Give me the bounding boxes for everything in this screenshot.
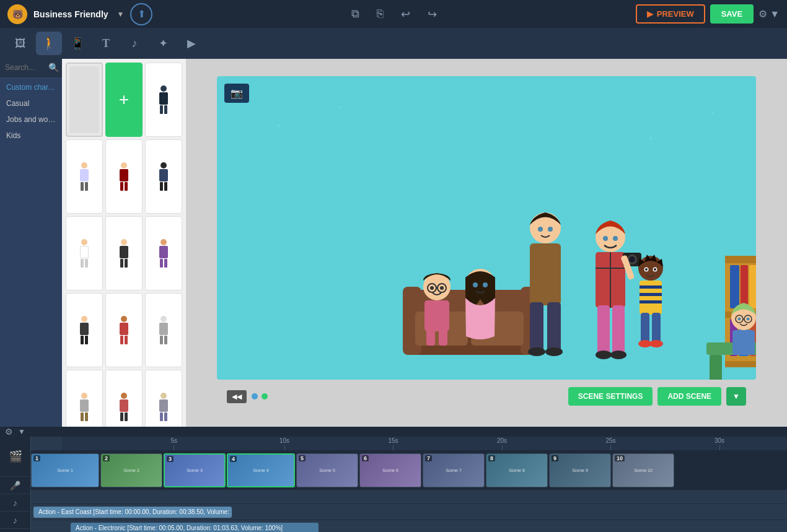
copy-button[interactable]: ⧉ xyxy=(346,5,364,24)
svg-point-38 xyxy=(629,256,635,263)
device-icon: 📱 xyxy=(71,37,84,50)
char-card-7[interactable] xyxy=(145,216,182,290)
sidebar-item-custom-char[interactable]: Custom char... xyxy=(0,79,62,95)
preview-label: PREVIEW xyxy=(657,9,694,19)
svg-point-43 xyxy=(610,351,627,359)
toolbar: 🖼 🚶 📱 T ♪ ✦ ▶ xyxy=(0,28,787,59)
scene-nav-button[interactable]: ◀◀ xyxy=(227,390,247,403)
svg-rect-16 xyxy=(424,300,449,331)
scene-thumb-3[interactable]: 3 Scene 3 xyxy=(164,453,226,487)
nav-dot-1[interactable] xyxy=(252,393,258,399)
sidebar-item-kids[interactable]: Kids xyxy=(0,128,62,144)
toolbar-tab-text[interactable]: T xyxy=(93,32,119,55)
audio-bar-2[interactable]: Action - Electronic [Start time: 00:05.0… xyxy=(71,523,319,533)
camera-icon: 📷 xyxy=(224,84,249,103)
svg-rect-60 xyxy=(725,361,756,367)
scene-navigation: ◀◀ xyxy=(227,390,268,403)
char-card-2[interactable] xyxy=(66,139,103,214)
timeline-settings-arrow[interactable]: ▼ xyxy=(18,427,25,436)
upload-button[interactable]: ⬆ xyxy=(130,3,152,25)
scene-thumb-6[interactable]: 6 Scene 6 xyxy=(359,453,421,487)
scene-settings-button[interactable]: SCENE SETTINGS xyxy=(568,387,653,406)
svg-point-14 xyxy=(430,286,434,290)
scene-thumb-9[interactable]: 9 Scene 9 xyxy=(549,453,611,487)
search-icon[interactable]: 🔍 xyxy=(48,63,59,72)
svg-point-29 xyxy=(545,347,563,356)
audio-tracks: Action - East Coast [Start time: 00:00.0… xyxy=(31,491,787,532)
save-button[interactable]: SAVE xyxy=(710,4,754,24)
svg-point-2 xyxy=(649,137,652,139)
settings-arrow: ▼ xyxy=(770,9,780,20)
ruler-marks: 5s 10s 15s 20s xyxy=(62,437,787,450)
canvas-stage[interactable]: 📷 xyxy=(217,76,756,380)
add-scene-dropdown-button[interactable]: ▼ xyxy=(726,387,746,406)
ruler-mark-10s: 10s xyxy=(279,437,289,450)
scene-thumb-8[interactable]: 8 Scene 8 xyxy=(486,453,548,487)
canvas-area: 📷 xyxy=(186,59,787,427)
preview-button[interactable]: ▶ PREVIEW xyxy=(636,4,705,24)
audio-track-2: Action - Electronic [Start time: 00:05.0… xyxy=(31,520,787,532)
char-card-6[interactable] xyxy=(105,216,143,290)
nav-dot-2[interactable] xyxy=(262,393,268,399)
sidebar-item-jobs[interactable]: Jobs and wor... xyxy=(0,111,62,128)
paste-button[interactable]: ⎘ xyxy=(372,5,389,24)
toolbar-tab-character[interactable]: 🚶 xyxy=(36,32,62,55)
svg-rect-52 xyxy=(640,300,662,303)
char-card-8[interactable] xyxy=(66,293,103,367)
add-character-button[interactable]: + xyxy=(105,63,143,137)
svg-point-21 xyxy=(483,282,488,287)
sidebar-item-casual[interactable]: Casual xyxy=(0,95,62,111)
svg-point-28 xyxy=(528,347,545,356)
svg-point-15 xyxy=(440,286,444,290)
track-label-music2: ♪ xyxy=(0,512,30,529)
audio-bar-1[interactable]: Action - East Coast [Start time: 00:00.0… xyxy=(33,507,232,518)
add-scene-button[interactable]: ADD SCENE xyxy=(657,387,721,406)
timeline-tracks: 5s 10s 15s 20s xyxy=(31,437,787,532)
char-card-12[interactable] xyxy=(105,370,143,427)
char-card-13[interactable] xyxy=(145,370,182,427)
toolbar-tab-video[interactable]: ▶ xyxy=(178,32,204,55)
header-right: ▶ PREVIEW SAVE ⚙ ▼ xyxy=(636,4,780,24)
svg-rect-50 xyxy=(640,286,662,289)
settings-button[interactable]: ⚙ ▼ xyxy=(758,8,780,20)
char-card-3[interactable] xyxy=(105,139,143,214)
timeline: ⚙ ▼ 🎬 🎤 ♪ ♪ ♪ 5s 10s xyxy=(0,427,787,532)
scene-thumb-5[interactable]: 5 Scene 5 xyxy=(296,453,358,487)
toolbar-tab-image[interactable]: 🖼 xyxy=(7,32,33,55)
char-card-5[interactable] xyxy=(66,216,103,290)
svg-point-81 xyxy=(738,318,741,321)
svg-point-32 xyxy=(613,236,618,241)
scene-thumb-1[interactable]: 1 Scene 1 xyxy=(31,453,99,487)
char-blank-selected[interactable] xyxy=(66,63,103,137)
svg-rect-25 xyxy=(530,243,561,305)
timeline-track-labels: 🎬 🎤 ♪ ♪ ♪ xyxy=(0,437,31,532)
undo-button[interactable]: ↩ xyxy=(396,5,415,24)
char-card-4[interactable] xyxy=(145,139,182,214)
dot-navigation xyxy=(252,393,268,399)
svg-point-31 xyxy=(603,236,608,241)
scene-thumb-4[interactable]: 4 Scene 4 xyxy=(227,453,295,487)
svg-rect-62 xyxy=(741,265,748,308)
ruler-mark-20s: 20s xyxy=(497,437,507,450)
character-panel: + xyxy=(62,59,186,427)
toolbar-tab-audio[interactable]: ♪ xyxy=(121,32,147,55)
char-card-9[interactable] xyxy=(105,293,143,367)
char-card-11[interactable] xyxy=(66,370,103,427)
char-card-10[interactable] xyxy=(145,293,182,367)
scene-thumb-10[interactable]: 10 Scene 10 xyxy=(612,453,674,487)
scene-thumb-7[interactable]: 7 Scene 7 xyxy=(423,453,485,487)
toolbar-tab-effects[interactable]: ✦ xyxy=(150,32,176,55)
svg-point-20 xyxy=(473,282,478,287)
toolbar-tab-device[interactable]: 📱 xyxy=(64,32,90,55)
search-input[interactable] xyxy=(5,63,48,72)
top-header: 🐻 Business Friendly ▼ ⬆ ⧉ ⎘ ↩ ↪ ▶ PREVIE… xyxy=(0,0,787,28)
brand-dropdown-arrow[interactable]: ▼ xyxy=(117,10,125,19)
scene-action-buttons: SCENE SETTINGS ADD SCENE ▼ xyxy=(568,387,746,406)
timeline-settings-icon[interactable]: ⚙ xyxy=(5,427,13,437)
redo-button[interactable]: ↪ xyxy=(423,5,442,24)
svg-point-56 xyxy=(649,340,663,347)
char-card-1[interactable] xyxy=(145,63,182,137)
svg-point-24 xyxy=(548,227,553,232)
scene-thumb-2[interactable]: 2 Scene 2 xyxy=(100,453,162,487)
svg-rect-58 xyxy=(725,256,756,263)
